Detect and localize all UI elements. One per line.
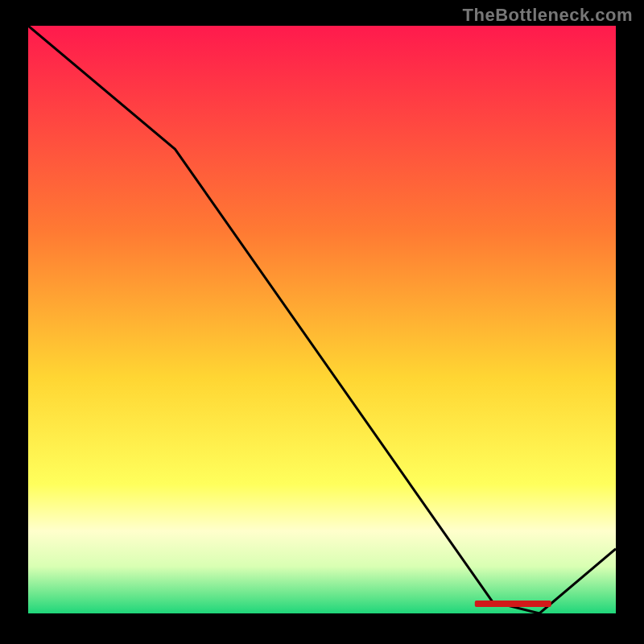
plot-svg — [28, 26, 616, 613]
gradient-background — [28, 26, 616, 613]
plot-frame — [28, 26, 616, 613]
chart-container: TheBottleneck.com — [0, 0, 644, 644]
watermark-text: TheBottleneck.com — [463, 5, 633, 26]
annotation-bar — [475, 601, 551, 607]
